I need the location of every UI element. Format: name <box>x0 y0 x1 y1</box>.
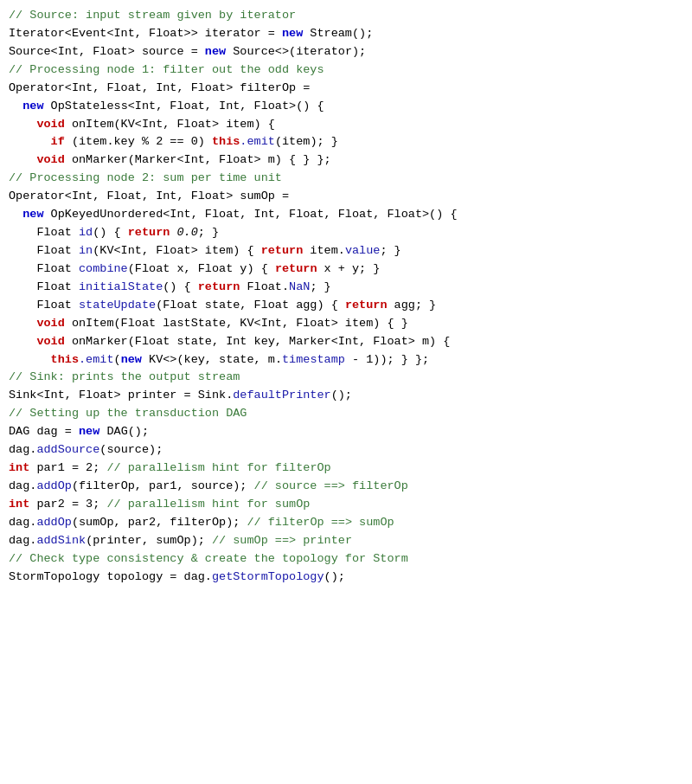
comment-text: // Processing node 2: sum per time unit <box>9 171 282 184</box>
code-line: // Setting up the transduction DAG <box>9 405 683 423</box>
code-text: Stream(); <box>303 27 373 40</box>
code-text: (Float state, Float agg) { <box>156 299 345 312</box>
method-name: combine <box>79 262 128 275</box>
code-line: Float initialState() { return Float.NaN;… <box>9 279 683 297</box>
code-text: DAG dag = <box>9 425 79 438</box>
code-text: OpStateless<Int, Float, Int, Float>() { <box>44 100 324 112</box>
method-name: addSink <box>36 534 86 547</box>
code-text: (printer, sumOp); <box>86 534 212 547</box>
code-text: item. <box>303 244 345 257</box>
keyword: void <box>36 317 64 330</box>
method-name: addOp <box>36 479 72 492</box>
code-text: par1 = 2; <box>29 461 106 474</box>
code-line: dag.addOp(sumOp, par2, filterOp); // fil… <box>9 514 683 532</box>
code-text: KV<>(key, state, m. <box>142 353 282 366</box>
code-text <box>9 153 36 166</box>
code-line: // Source: input stream given by iterato… <box>9 7 683 25</box>
code-text: agg; } <box>388 299 437 312</box>
code-line: Float in(KV<Int, Float> item) { return i… <box>9 242 683 260</box>
code-text: (source); <box>99 443 163 456</box>
method-name: stateUpdate <box>79 299 156 312</box>
inline-comment: // filterOp ==> sumOp <box>247 516 394 529</box>
code-line: dag.addOp(filterOp, par1, source); // so… <box>9 478 683 496</box>
keyword: this <box>51 353 79 366</box>
code-text <box>9 135 51 148</box>
keyword: int <box>9 461 29 474</box>
method-name: .emit <box>79 353 114 366</box>
method-name: NaN <box>289 280 310 293</box>
code-line: Operator<Int, Float, Int, Float> sumOp = <box>9 188 683 206</box>
code-text: Float <box>9 280 79 293</box>
code-text: (Float x, Float y) { <box>128 262 275 275</box>
method-name: id <box>79 226 93 239</box>
code-text: Sink<Int, Float> printer = Sink. <box>9 389 233 402</box>
code-text: ; } <box>310 280 330 293</box>
code-text: - 1)); } }; <box>345 353 429 366</box>
code-text: dag. <box>9 534 36 547</box>
method-name: timestamp <box>282 353 345 366</box>
code-text: Source<Int, Float> source = <box>9 45 205 58</box>
new-keyword: new <box>121 353 142 366</box>
code-text: () { <box>163 280 198 293</box>
code-text <box>9 317 36 330</box>
code-text: Float <box>9 262 79 275</box>
code-text <box>9 118 36 131</box>
code-text: ; } <box>380 244 400 257</box>
keyword: return <box>261 244 304 257</box>
inline-comment: // parallelism hint for filterOp <box>106 461 330 474</box>
code-text: dag. <box>9 443 36 456</box>
keyword: return <box>198 280 240 293</box>
code-text: onMarker(Marker<Int, Float> m) { } }; <box>65 153 331 166</box>
code-line: Source<Int, Float> source = new Source<>… <box>9 43 683 61</box>
code-text: (item); } <box>275 135 338 148</box>
code-block: // Source: input stream given by iterato… <box>9 7 683 587</box>
code-line: dag.addSink(printer, sumOp); // sumOp ==… <box>9 532 683 550</box>
code-text <box>9 353 51 366</box>
keyword: if <box>51 135 65 148</box>
code-text: ; } <box>198 226 219 239</box>
comment-text: // Processing node 1: filter out the odd… <box>9 63 324 76</box>
code-text: (); <box>331 389 352 402</box>
code-text: Source<>(iterator); <box>226 45 366 58</box>
code-line: if (item.key % 2 == 0) this.emit(item); … <box>9 133 683 151</box>
code-line: // Sink: prints the output stream <box>9 369 683 387</box>
keyword: this <box>212 135 240 148</box>
code-text: dag. <box>9 479 36 492</box>
keyword: void <box>36 335 64 348</box>
keyword: int <box>9 498 29 511</box>
code-line: this.emit(new KV<>(key, state, m.timesta… <box>9 351 683 370</box>
code-text: DAG(); <box>99 425 149 438</box>
code-line: // Processing node 1: filter out the odd… <box>9 61 683 80</box>
code-text: (KV<Int, Float> item) { <box>93 244 260 257</box>
code-text: onItem(Float lastState, KV<Int, Float> i… <box>65 317 408 330</box>
code-line: dag.addSource(source); <box>9 441 683 459</box>
method-name: getStormTopology <box>212 570 324 583</box>
keyword: return <box>128 226 170 239</box>
code-text: Operator<Int, Float, Int, Float> sumOp = <box>9 190 289 202</box>
code-text: onMarker(Float state, Int key, Marker<In… <box>65 335 451 348</box>
inline-comment: // parallelism hint for sumOp <box>106 498 310 511</box>
code-text: OpKeyedUnordered<Int, Float, Int, Float,… <box>44 208 458 221</box>
code-line: Float id() { return 0.0; } <box>9 224 683 242</box>
method-name: addOp <box>36 516 72 529</box>
comment-text: // Sink: prints the output stream <box>9 370 240 383</box>
code-line: void onMarker(Marker<Int, Float> m) { } … <box>9 151 683 170</box>
code-line: Iterator<Event<Int, Float>> iterator = n… <box>9 25 683 43</box>
code-line: int par1 = 2; // parallelism hint for fi… <box>9 459 683 478</box>
code-text: () { <box>93 226 128 239</box>
code-text <box>9 208 22 221</box>
code-line: Float stateUpdate(Float state, Float agg… <box>9 297 683 315</box>
code-line: DAG dag = new DAG(); <box>9 423 683 441</box>
code-line: new OpKeyedUnordered<Int, Float, Int, Fl… <box>9 206 683 224</box>
new-keyword: new <box>22 100 43 112</box>
comment-text: // Source: input stream given by iterato… <box>9 9 296 22</box>
code-text: par2 = 3; <box>29 498 106 511</box>
code-text: StormTopology topology = dag. <box>9 570 212 583</box>
code-line: StormTopology topology = dag.getStormTop… <box>9 569 683 587</box>
inline-comment: // source ==> filterOp <box>254 479 408 492</box>
keyword: void <box>36 153 64 166</box>
code-text: ( <box>114 353 121 366</box>
code-text: Float <box>9 299 79 312</box>
new-keyword: new <box>79 425 99 438</box>
comment-text: // Check type consistency & create the t… <box>9 552 408 565</box>
